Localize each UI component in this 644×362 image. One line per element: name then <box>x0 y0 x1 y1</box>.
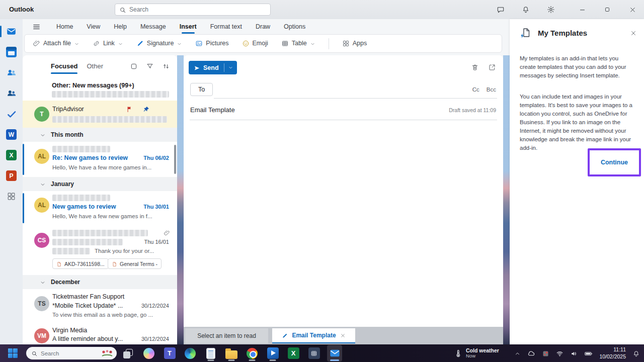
list-scrollbar[interactable] <box>174 145 176 174</box>
notepad-icon[interactable] <box>203 345 218 361</box>
ribbon-tab-format-text[interactable]: Format text <box>210 23 242 30</box>
battery-icon[interactable] <box>584 348 593 357</box>
emoji-button[interactable]: Emoji <box>242 40 268 47</box>
pictures-button[interactable]: Pictures <box>195 40 228 47</box>
send-options-chevron-icon[interactable] <box>224 61 237 74</box>
list-item-read[interactable]: VM Virgin Media A little reminder about … <box>23 324 177 344</box>
ribbon: Home View Help Message Insert Format tex… <box>23 19 510 55</box>
taskbar-weather-widget[interactable]: Cold weather Now <box>454 344 499 362</box>
tray-badge-icon[interactable] <box>542 349 549 358</box>
settings-gear-icon[interactable] <box>544 3 557 16</box>
send-button[interactable]: Send <box>189 61 237 74</box>
list-item-read[interactable]: TS Ticketmaster Fan Support *Mobile Tick… <box>23 289 177 324</box>
hidden-icons-chevron-icon[interactable] <box>514 349 521 358</box>
rail-groups-item[interactable] <box>0 85 23 102</box>
pin-icon[interactable] <box>142 105 150 114</box>
list-item-other-banner[interactable]: Other: New messages (99+) <box>23 76 177 101</box>
file-explorer-icon[interactable] <box>224 345 239 361</box>
onedrive-cloud-icon[interactable] <box>527 349 535 358</box>
message-body-editor[interactable] <box>190 123 497 319</box>
ribbon-tab-draw[interactable]: Draw <box>256 23 270 30</box>
hamburger-menu-icon[interactable] <box>30 20 43 33</box>
rail-word-item[interactable]: W <box>0 126 23 143</box>
people-icon <box>6 67 17 78</box>
list-item-with-attachments[interactable]: CS Thu 16/01 Thank you for your or... AK… <box>23 225 177 275</box>
close-tab-icon[interactable] <box>340 332 346 339</box>
close-button[interactable] <box>626 3 639 16</box>
table-button[interactable]: Table <box>281 40 315 47</box>
cc-button[interactable]: Cc <box>472 86 479 93</box>
list-item-unread[interactable]: AL Re: New games to review Thu 06/02 Hel… <box>23 142 177 177</box>
ribbon-tab-insert[interactable]: Insert <box>180 23 197 30</box>
rail-calendar-item[interactable] <box>0 44 23 60</box>
discard-draft-trash-icon[interactable] <box>471 62 479 71</box>
ribbon-tab-view[interactable]: View <box>87 23 100 30</box>
rail-excel-item[interactable]: X <box>0 147 23 163</box>
rail-powerpoint-item[interactable]: P <box>0 167 23 184</box>
rail-people-item[interactable] <box>0 64 23 81</box>
notification-center-bell-icon[interactable] <box>632 349 640 358</box>
list-item-unread[interactable]: AL New games to review Thu 30/01 Hello, … <box>23 191 177 225</box>
rail-todo-item[interactable] <box>0 106 23 122</box>
volume-icon[interactable] <box>570 349 578 358</box>
section-label: This month <box>51 131 84 138</box>
attachment-chip[interactable]: General Terms - <box>108 258 162 269</box>
taskbar-clock[interactable]: 11:11 10/02/2025 <box>599 346 626 359</box>
copilot-icon[interactable] <box>141 345 156 361</box>
avatar: AL <box>34 149 49 164</box>
chrome-icon[interactable] <box>245 345 260 361</box>
taskbar-search-box[interactable] <box>26 347 117 359</box>
ribbon-tab-options[interactable]: Options <box>284 23 305 30</box>
teams-icon[interactable]: T <box>162 345 177 361</box>
minimize-button[interactable] <box>576 3 589 16</box>
edge-icon[interactable] <box>183 345 198 361</box>
filter-icon[interactable] <box>146 61 154 70</box>
excel-taskbar-icon[interactable]: X <box>286 345 301 361</box>
ribbon-tab-help[interactable]: Help <box>114 23 127 30</box>
attach-file-button[interactable]: Attach file <box>33 40 79 47</box>
ribbon-tab-message[interactable]: Message <box>140 23 166 30</box>
close-panel-icon[interactable] <box>630 28 637 37</box>
app-search-box[interactable] <box>115 4 271 16</box>
email-preview: Hello, We have a few new games in f... <box>52 213 152 219</box>
link-button[interactable]: Link <box>93 40 123 47</box>
rail-more-apps-item[interactable] <box>0 188 23 205</box>
ribbon-tab-home[interactable]: Home <box>56 23 73 30</box>
notifications-bell-icon[interactable] <box>519 3 532 16</box>
calculator-icon[interactable] <box>306 345 321 361</box>
email-list-pane: Focused Other Other: New messages (99+) … <box>23 55 177 344</box>
start-button-icon[interactable] <box>8 348 18 358</box>
continue-button[interactable]: Continue <box>601 159 628 166</box>
to-input[interactable] <box>214 98 497 99</box>
attachment-chip[interactable]: AKD-73611598... <box>52 258 109 269</box>
tab-select-item-to-read[interactable]: Select an item to read <box>185 328 268 343</box>
maximize-button[interactable] <box>601 3 614 16</box>
list-item-pinned[interactable]: T TripAdvisor <box>23 101 177 128</box>
select-messages-icon[interactable] <box>130 61 138 70</box>
bcc-button[interactable]: Bcc <box>487 86 496 93</box>
signature-button[interactable]: Signature <box>136 40 183 47</box>
rail-mail-item[interactable] <box>0 23 23 40</box>
taskbar-search-input[interactable] <box>41 350 98 356</box>
tab-other[interactable]: Other <box>87 62 103 70</box>
media-app-icon[interactable] <box>265 345 280 361</box>
section-header-january[interactable]: January <box>23 177 177 191</box>
sort-icon[interactable] <box>162 61 170 70</box>
task-view-icon[interactable] <box>121 345 136 361</box>
tab-email-template-draft[interactable]: Email Template <box>272 328 355 343</box>
feedback-icon[interactable] <box>494 3 507 16</box>
app-search-input[interactable] <box>129 6 266 13</box>
section-header-december[interactable]: December <box>23 275 177 289</box>
flag-icon[interactable] <box>126 105 133 114</box>
outlook-taskbar-icon[interactable] <box>327 345 342 361</box>
attachment-name: General Terms - <box>120 261 157 267</box>
redacted-text <box>52 116 167 123</box>
section-header-this-month[interactable]: This month <box>23 128 177 142</box>
subject-input[interactable]: Email Template <box>190 106 235 114</box>
open-in-new-window-icon[interactable] <box>488 62 496 71</box>
wifi-icon[interactable] <box>556 349 564 358</box>
unread-indicator <box>23 193 24 223</box>
tab-focused[interactable]: Focused <box>51 62 77 70</box>
apps-button[interactable]: Apps <box>342 40 367 47</box>
to-button[interactable]: To <box>190 83 213 96</box>
